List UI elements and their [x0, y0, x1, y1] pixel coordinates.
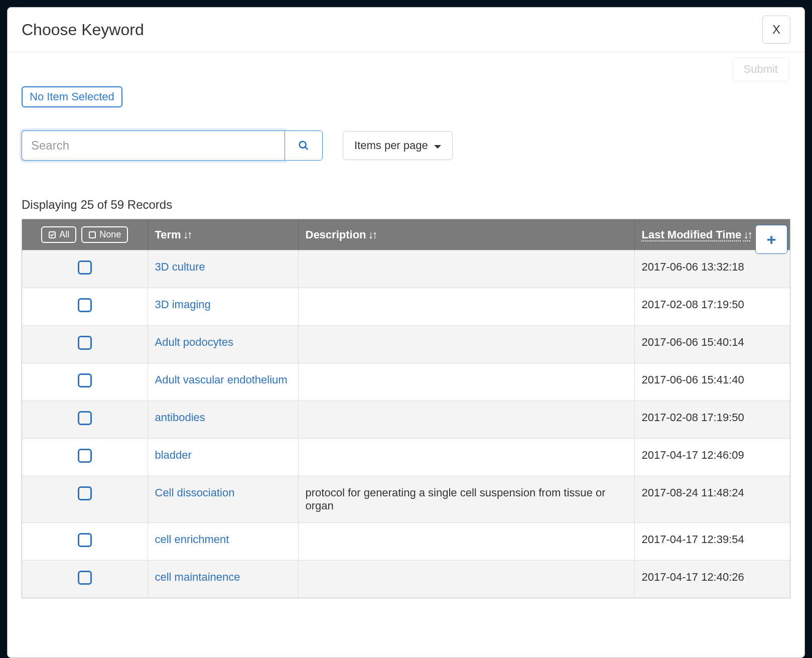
select-none-button[interactable]: None [81, 226, 128, 243]
records-count: Displaying 25 of 59 Records [22, 198, 790, 212]
row-term-cell: cell maintainence [148, 561, 298, 598]
row-checkbox[interactable] [78, 336, 92, 350]
row-last-modified-cell: 2017-06-06 15:40:14 [634, 326, 790, 363]
table-row: 3D imaging2017-02-08 17:19:50 [22, 288, 790, 326]
row-checkbox[interactable] [78, 260, 92, 275]
term-link[interactable]: cell maintainence [155, 571, 240, 583]
row-description-cell [298, 523, 634, 561]
row-last-modified-cell: 2017-06-06 13:32:18 [634, 250, 790, 288]
row-term-cell: bladder [148, 439, 298, 476]
term-link[interactable]: 3D imaging [155, 298, 211, 311]
row-description-cell [298, 288, 634, 326]
term-link[interactable]: Adult vascular endothelium [155, 373, 288, 386]
column-header-term[interactable]: Term↓↑ [148, 219, 298, 250]
row-select-cell [22, 363, 148, 401]
plus-icon: + [767, 231, 776, 247]
close-icon: X [772, 23, 780, 37]
submit-label: Submit [744, 63, 778, 75]
row-checkbox[interactable] [78, 411, 92, 425]
row-checkbox[interactable] [78, 533, 92, 547]
row-select-cell [22, 439, 148, 476]
row-last-modified-cell: 2017-06-06 15:41:40 [634, 363, 790, 401]
selection-pill[interactable]: No Item Selected [22, 86, 122, 107]
svg-rect-3 [89, 232, 95, 238]
row-description-cell [298, 561, 634, 598]
row-select-cell [22, 326, 148, 363]
row-select-cell [22, 401, 148, 439]
select-all-button[interactable]: All [41, 226, 76, 243]
row-last-modified-cell: 2017-04-17 12:39:54 [634, 523, 790, 561]
search-group [22, 130, 323, 161]
select-all-label: All [59, 229, 69, 240]
row-select-cell [22, 476, 148, 523]
row-description-cell [298, 439, 634, 476]
table-row: Adult podocytes2017-06-06 15:40:14 [22, 326, 790, 363]
row-term-cell: 3D imaging [148, 288, 298, 326]
select-none-label: None [99, 229, 121, 240]
row-term-cell: Cell dissociation [148, 476, 298, 523]
sort-icon: ↓↑ [368, 228, 376, 241]
search-input[interactable] [22, 130, 285, 161]
row-last-modified-cell: 2017-02-08 17:19:50 [634, 401, 790, 439]
table-row: cell maintainence2017-04-17 12:40:26 [22, 561, 790, 598]
results-table: All None Term↓↑ [22, 219, 790, 598]
row-term-cell: 3D culture [148, 250, 298, 288]
term-link[interactable]: antibodies [155, 411, 205, 424]
row-last-modified-cell: 2017-02-08 17:19:50 [634, 288, 790, 326]
chevron-down-icon [434, 145, 441, 149]
row-term-cell: antibodies [148, 401, 298, 439]
row-checkbox[interactable] [78, 373, 92, 387]
row-term-cell: Adult podocytes [148, 326, 298, 363]
column-header-select: All None [22, 219, 148, 250]
row-last-modified-cell: 2017-04-17 12:46:09 [634, 439, 790, 476]
table-row: bladder2017-04-17 12:46:09 [22, 439, 790, 476]
term-link[interactable]: 3D culture [155, 260, 205, 273]
items-per-page-button[interactable]: Items per page [343, 131, 453, 160]
modal-header: Choose Keyword X [8, 8, 804, 52]
sort-icon: ↓↑ [743, 228, 751, 241]
row-select-cell [22, 523, 148, 561]
term-link[interactable]: cell enrichment [155, 533, 229, 546]
search-button[interactable] [285, 130, 323, 161]
row-description-cell [298, 363, 634, 401]
row-checkbox[interactable] [78, 449, 92, 463]
square-icon [88, 231, 96, 239]
term-link[interactable]: Cell dissociation [155, 486, 235, 499]
modal-title: Choose Keyword [22, 21, 144, 39]
row-checkbox[interactable] [78, 571, 92, 585]
row-select-cell [22, 561, 148, 598]
row-checkbox[interactable] [78, 486, 92, 500]
row-description-cell [298, 326, 634, 363]
table-row: antibodies2017-02-08 17:19:50 [22, 401, 790, 439]
row-select-cell [22, 250, 148, 288]
row-last-modified-cell: 2017-08-24 11:48:24 [634, 476, 790, 523]
table-row: Cell dissociationprotocol for generating… [22, 476, 790, 523]
term-link[interactable]: Adult podocytes [155, 336, 234, 348]
table-row: Adult vascular endothelium2017-06-06 15:… [22, 363, 790, 401]
choose-keyword-modal: Choose Keyword X Submit No Item Selected… [7, 7, 805, 658]
table-row: cell enrichment2017-04-17 12:39:54 [22, 523, 790, 561]
table-row: 3D culture2017-06-06 13:32:18 [22, 250, 790, 288]
submit-button[interactable]: Submit [732, 57, 789, 81]
row-last-modified-cell: 2017-04-17 12:40:26 [634, 561, 790, 598]
close-button[interactable]: X [762, 16, 790, 44]
row-checkbox[interactable] [78, 298, 92, 312]
check-icon [48, 231, 56, 239]
add-button[interactable]: + [755, 225, 787, 254]
column-header-description[interactable]: Description↓↑ [298, 219, 634, 250]
row-description-cell [298, 250, 634, 288]
row-description-cell [298, 401, 634, 439]
sort-icon: ↓↑ [183, 228, 191, 241]
items-per-page-label: Items per page [354, 139, 428, 152]
row-term-cell: Adult vascular endothelium [148, 363, 298, 401]
row-select-cell [22, 288, 148, 326]
row-description-cell: protocol for generating a single cell su… [298, 476, 634, 523]
controls-row: Items per page [22, 130, 790, 161]
row-term-cell: cell enrichment [148, 523, 298, 561]
search-icon [298, 140, 309, 151]
svg-line-1 [305, 147, 308, 150]
term-link[interactable]: bladder [155, 449, 192, 461]
modal-body: Submit No Item Selected Items per page +… [8, 52, 804, 657]
